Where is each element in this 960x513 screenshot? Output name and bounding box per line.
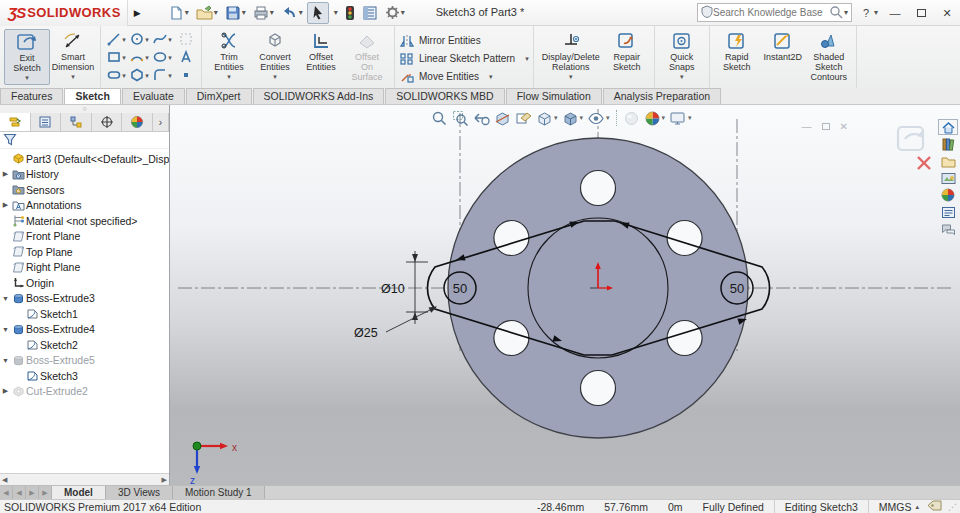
last-tab-icon[interactable]: ▶ xyxy=(39,486,52,499)
rebuild-button[interactable] xyxy=(342,2,358,24)
tag-icon[interactable] xyxy=(927,500,942,513)
panel-grip[interactable]: ○ xyxy=(0,105,169,113)
3d-drawing-view-button[interactable] xyxy=(514,109,533,128)
tree-item-history[interactable]: ▶ History xyxy=(0,167,169,183)
caret-down-icon[interactable]: ▾ xyxy=(242,8,246,17)
tree-item-front-plane[interactable]: Front Plane xyxy=(0,229,169,245)
first-tab-icon[interactable]: ◀ xyxy=(0,486,13,499)
caret-down-icon[interactable]: ▾ xyxy=(299,8,303,17)
doc-minimize-icon[interactable]: — xyxy=(802,121,812,132)
motion-study-tab[interactable]: Motion Study 1 xyxy=(173,486,265,499)
caret-down-icon[interactable]: ▾ xyxy=(145,54,149,62)
tab-sketch[interactable]: Sketch xyxy=(64,88,120,104)
custom-properties-button[interactable] xyxy=(938,204,958,220)
display-style-button[interactable]: ▾ xyxy=(561,109,585,128)
view-palette-button[interactable] xyxy=(938,170,958,186)
menu-expand-arrow-icon[interactable]: ▶ xyxy=(128,8,149,18)
caret-down-icon[interactable]: ▾ xyxy=(122,54,126,62)
select-tool-button[interactable] xyxy=(307,2,329,24)
solidworks-logo[interactable]: ƷS SOLIDWORKS xyxy=(0,0,128,26)
open-button[interactable]: ▾ xyxy=(193,2,221,24)
caret-down-icon[interactable]: ▾ xyxy=(569,73,573,81)
tree-item-cut-extrude2[interactable]: ▶ Cut-Extrude2 xyxy=(0,384,169,400)
graphics-viewport[interactable]: Ø10 Ø25 50 50 xyxy=(170,105,960,485)
caret-down-icon[interactable]: ▾ xyxy=(688,114,692,122)
zoom-to-fit-button[interactable] xyxy=(430,109,449,128)
polygon-tool-button[interactable]: ▾ xyxy=(128,68,151,84)
panel-tabs-overflow[interactable]: › xyxy=(153,113,169,131)
view-settings-button[interactable]: ▾ xyxy=(668,109,693,128)
tree-item-material[interactable]: Material <not specified> xyxy=(0,213,169,229)
tree-item-boss-extrude5[interactable]: ▼ Boss-Extrude5 xyxy=(0,353,169,369)
caret-down-icon[interactable]: ▾ xyxy=(401,8,405,17)
filter-funnel-icon[interactable] xyxy=(3,133,17,148)
caret-down-icon[interactable]: ▾ xyxy=(145,36,149,44)
select-dropdown[interactable]: ▾ xyxy=(330,2,341,24)
expand-icon[interactable]: ▼ xyxy=(0,326,11,333)
instant2d-button[interactable]: Instant2D xyxy=(760,29,806,62)
apply-scene-button[interactable]: ▾ xyxy=(643,109,667,128)
tree-item-boss-extrude3[interactable]: ▼ Boss-Extrude3 xyxy=(0,291,169,307)
dimension-d10-label[interactable]: Ø10 xyxy=(381,282,405,296)
expand-icon[interactable]: ▼ xyxy=(0,295,11,302)
caret-down-icon[interactable]: ▾ xyxy=(489,73,493,81)
doc-close-icon[interactable]: ✕ xyxy=(840,121,848,132)
ellipse-tool-button[interactable]: ▾ xyxy=(151,50,174,66)
caret-down-icon[interactable]: ▾ xyxy=(122,36,126,44)
tree-item-sketch1[interactable]: Sketch1 xyxy=(0,306,169,322)
fillet-tool-button[interactable]: ▾ xyxy=(151,68,174,84)
caret-down-icon[interactable]: ▾ xyxy=(580,114,584,122)
scroll-left-icon[interactable]: ◀ xyxy=(2,476,7,484)
line-tool-button[interactable]: ▾ xyxy=(105,32,128,48)
dimension-left-50-label[interactable]: 50 xyxy=(453,281,467,296)
tree-item-sensors[interactable]: Sensors xyxy=(0,182,169,198)
search-box[interactable]: ▾ xyxy=(697,3,852,22)
file-properties-button[interactable] xyxy=(359,2,381,24)
caret-down-icon[interactable]: ▾ xyxy=(554,114,558,122)
expand-icon[interactable]: ▼ xyxy=(0,357,11,364)
repair-sketch-button[interactable]: Repair Sketch xyxy=(604,29,650,72)
caret-down-icon[interactable]: ▾ xyxy=(844,8,848,17)
tree-item-annotations[interactable]: ▶ Annotations xyxy=(0,198,169,214)
rectangle-tool-button[interactable]: ▾ xyxy=(105,50,128,66)
expand-icon[interactable]: ▶ xyxy=(0,387,11,395)
new-document-button[interactable]: ▾ xyxy=(165,2,192,24)
caret-down-icon[interactable]: ▾ xyxy=(214,8,218,17)
exit-sketch-button[interactable]: Exit Sketch ▾ xyxy=(4,29,50,85)
mirror-entities-button[interactable]: Mirror Entities xyxy=(399,32,529,49)
shaded-sketch-contours-button[interactable]: Shaded Sketch Contours xyxy=(806,29,852,82)
tree-item-sketch3[interactable]: Sketch3 xyxy=(0,368,169,384)
home-button[interactable] xyxy=(938,119,958,135)
appearances-button[interactable] xyxy=(938,187,958,203)
3d-views-tab[interactable]: 3D Views xyxy=(106,486,173,499)
linear-pattern-button[interactable]: Linear Sketch Pattern ▾ xyxy=(399,50,529,67)
print-button[interactable]: ▾ xyxy=(250,2,277,24)
caret-down-icon[interactable]: ▾ xyxy=(168,72,172,80)
display-delete-relations-button[interactable]: Display/Delete Relations ▾ xyxy=(538,29,604,81)
slot-tool-button[interactable]: ▾ xyxy=(105,68,128,84)
tree-item-sketch2[interactable]: Sketch2 xyxy=(0,337,169,353)
model-sketch-canvas[interactable]: Ø10 Ø25 50 50 xyxy=(170,105,960,485)
tree-root[interactable]: Part3 (Default<<Default>_Display State xyxy=(0,151,169,167)
caret-down-icon[interactable]: ▾ xyxy=(185,8,189,17)
dimension-d25-label[interactable]: Ø25 xyxy=(354,326,378,340)
dimxpert-manager-tab[interactable] xyxy=(92,113,123,131)
caret-down-icon[interactable]: ▾ xyxy=(122,72,126,80)
caret-down-icon[interactable]: ▾ xyxy=(227,73,231,81)
tab-analysis-preparation[interactable]: Analysis Preparation xyxy=(603,88,721,104)
scroll-right-icon[interactable]: ▶ xyxy=(162,476,167,484)
caret-down-icon[interactable]: ▾ xyxy=(25,74,29,82)
caret-down-icon[interactable]: ▾ xyxy=(874,8,878,17)
help-button[interactable]: ? xyxy=(858,0,874,26)
units-selector[interactable]: MMGS xyxy=(869,501,914,513)
tab-flow-simulation[interactable]: Flow Simulation xyxy=(506,88,602,104)
rapid-sketch-button[interactable]: Rapid Sketch xyxy=(714,29,760,72)
prev-tab-icon[interactable]: ◀ xyxy=(13,486,26,499)
tab-mbd[interactable]: SOLIDWORKS MBD xyxy=(385,88,504,104)
tree-item-origin[interactable]: Origin xyxy=(0,275,169,291)
caret-down-icon[interactable]: ▾ xyxy=(680,73,684,81)
tab-addins[interactable]: SOLIDWORKS Add-Ins xyxy=(253,88,385,104)
trim-entities-button[interactable]: Trim Entities ▾ xyxy=(206,29,252,81)
text-tool-button[interactable] xyxy=(174,50,197,66)
tab-dimxpert[interactable]: DimXpert xyxy=(186,88,252,104)
